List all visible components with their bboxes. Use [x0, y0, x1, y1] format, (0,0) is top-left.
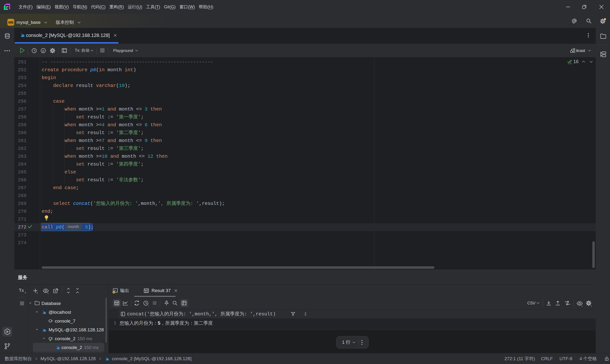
svg-text:p: p	[42, 49, 44, 52]
svg-text:DG: DG	[6, 5, 9, 8]
